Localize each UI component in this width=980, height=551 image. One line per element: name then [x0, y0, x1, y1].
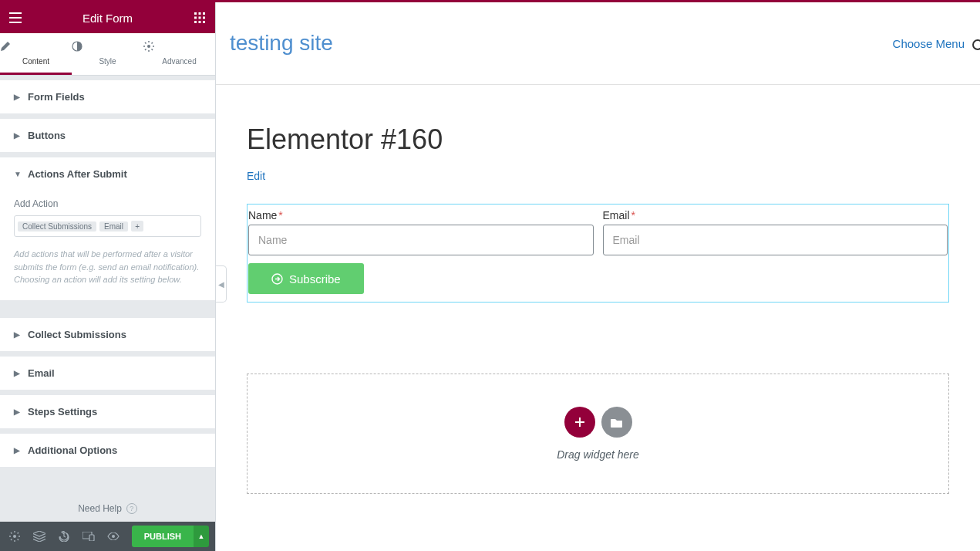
svg-rect-3 [194, 17, 197, 19]
email-input[interactable] [603, 225, 948, 255]
section-title: Actions After Submit [28, 168, 127, 180]
section-form-fields: ▶ Form Fields [0, 80, 215, 114]
section-title: Collect Submissions [28, 329, 126, 340]
svg-rect-5 [203, 17, 205, 19]
caret-right-icon: ▶ [14, 330, 20, 339]
form-field-email: Email* [602, 209, 949, 255]
tab-style[interactable]: Style [72, 33, 143, 75]
gear-icon [143, 41, 215, 52]
panel-collapse-handle[interactable]: ◀ [216, 265, 227, 303]
subscribe-label: Subscribe [289, 272, 341, 286]
panel-footer: PUBLISH ▲ [0, 522, 215, 551]
section-additional-options: ▶ Additional Options [0, 434, 215, 468]
widget-dropzone[interactable]: Drag widget here [247, 374, 949, 494]
svg-point-10 [147, 45, 150, 48]
email-label-text: Email [603, 209, 630, 221]
actions-chip-input[interactable]: Collect Submissions Email + [14, 215, 201, 237]
subscribe-button[interactable]: Subscribe [248, 263, 364, 294]
svg-rect-2 [203, 12, 205, 15]
section-header-email[interactable]: ▶ Email [0, 357, 215, 390]
history-button[interactable] [52, 522, 76, 551]
tab-advanced[interactable]: Advanced [143, 33, 215, 75]
section-header-steps[interactable]: ▶ Steps Settings [0, 395, 215, 428]
add-section-button[interactable] [564, 407, 595, 438]
section-header-form-fields[interactable]: ▶ Form Fields [0, 80, 215, 113]
section-title: Steps Settings [28, 406, 97, 417]
publish-button[interactable]: PUBLISH [132, 526, 194, 547]
help-icon: ? [126, 503, 137, 514]
dropzone-buttons [564, 407, 632, 438]
form-widget[interactable]: Name* Email* Subscribe [247, 204, 949, 303]
page-title: Elementor #160 [247, 123, 949, 156]
section-email: ▶ Email [0, 357, 215, 390]
required-indicator: * [630, 209, 635, 221]
editor-panel: Edit Form Content Style [0, 2, 216, 551]
tab-content-label: Content [22, 57, 49, 66]
pencil-icon [0, 41, 72, 52]
panel-tabs: Content Style Advanced [0, 33, 215, 76]
site-title[interactable]: testing site [230, 31, 333, 56]
need-help-text: Need Help [78, 503, 122, 514]
svg-point-11 [13, 535, 16, 538]
section-title: Form Fields [28, 91, 85, 103]
caret-right-icon: ▶ [14, 407, 20, 416]
section-header-collect-submissions[interactable]: ▶ Collect Submissions [0, 318, 215, 351]
tab-style-label: Style [99, 57, 116, 66]
template-library-button[interactable] [601, 407, 632, 438]
chip-email[interactable]: Email [99, 221, 128, 232]
svg-rect-0 [194, 12, 197, 15]
svg-rect-8 [203, 21, 205, 23]
section-header-actions[interactable]: ▼ Actions After Submit [0, 157, 215, 191]
svg-point-14 [112, 535, 115, 538]
hamburger-icon[interactable] [8, 12, 23, 23]
dropzone-text: Drag widget here [557, 448, 639, 461]
svg-rect-1 [199, 12, 201, 15]
email-label: Email* [603, 209, 948, 221]
svg-rect-4 [199, 17, 201, 19]
caret-down-icon: ▼ [14, 170, 20, 178]
settings-button[interactable] [3, 522, 26, 551]
section-header-additional[interactable]: ▶ Additional Options [0, 434, 215, 467]
name-label: Name* [248, 209, 594, 221]
section-title: Buttons [28, 130, 66, 141]
publish-options-button[interactable]: ▲ [194, 526, 209, 547]
section-header-buttons[interactable]: ▶ Buttons [0, 119, 215, 152]
search-icon[interactable] [972, 39, 980, 50]
folder-icon [611, 417, 623, 428]
required-indicator: * [277, 209, 282, 221]
section-content-actions: Add Action Collect Submissions Email + A… [0, 191, 215, 300]
caret-right-icon: ▶ [14, 446, 20, 455]
panel-header: Edit Form [0, 2, 215, 33]
caret-right-icon: ▶ [14, 93, 20, 101]
preview-canvas: testing site Choose Menu Elementor #160 … [216, 2, 980, 551]
form-submit-row: Subscribe [248, 263, 948, 294]
apps-grid-icon[interactable] [192, 12, 207, 23]
preview-button[interactable] [102, 522, 125, 551]
choose-menu-link[interactable]: Choose Menu [893, 37, 965, 50]
add-action-plus[interactable]: + [131, 221, 143, 232]
tab-advanced-label: Advanced [162, 57, 196, 66]
navigator-button[interactable] [28, 522, 51, 551]
section-collect-submissions: ▶ Collect Submissions [0, 318, 215, 352]
need-help-link[interactable]: Need Help ? [0, 495, 215, 522]
caret-right-icon: ▶ [14, 369, 20, 377]
contrast-icon [72, 41, 143, 52]
section-steps-settings: ▶ Steps Settings [0, 395, 215, 429]
section-title: Additional Options [28, 445, 117, 456]
caret-right-icon: ▶ [14, 131, 20, 140]
site-header: testing site Choose Menu [216, 2, 980, 85]
add-action-help: Add actions that will be performed after… [14, 248, 201, 286]
arrow-circle-icon [271, 273, 283, 285]
section-actions-after-submit: ▼ Actions After Submit Add Action Collec… [0, 157, 215, 301]
form-field-name: Name* [248, 209, 594, 255]
publish-group: PUBLISH ▲ [132, 526, 209, 547]
chip-collect-submissions[interactable]: Collect Submissions [18, 221, 96, 232]
plus-icon [574, 417, 585, 428]
edit-link[interactable]: Edit [247, 170, 265, 182]
svg-rect-6 [194, 21, 197, 23]
svg-rect-13 [89, 535, 94, 541]
section-title: Email [28, 367, 55, 379]
name-input[interactable] [248, 225, 594, 255]
tab-content[interactable]: Content [0, 33, 72, 75]
responsive-button[interactable] [77, 522, 100, 551]
